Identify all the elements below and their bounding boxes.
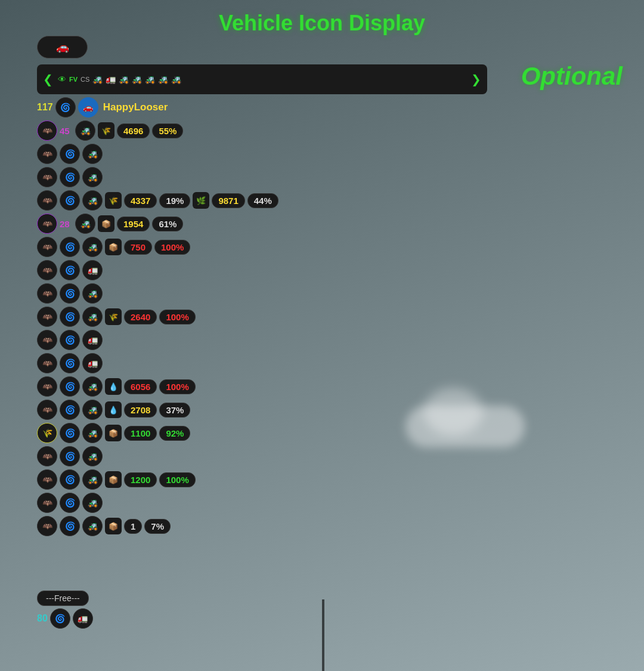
- row-badge: 28: [60, 219, 73, 229]
- row-res-wheat: 🌾: [105, 192, 122, 209]
- row-icon-bat: 🦇: [37, 307, 57, 327]
- list-item: 🦇 🌀 🚜 📦 1200 100%: [37, 469, 335, 490]
- row-res-seed: 📦: [105, 471, 122, 488]
- row-icon-bat: 🦇: [37, 330, 57, 350]
- row-icon-tractor: 🚜: [82, 400, 103, 420]
- row-value: 6056: [124, 379, 157, 394]
- row-icon-bat: 🦇: [37, 190, 57, 211]
- row-icon-shell: 🌀: [60, 190, 80, 211]
- row-res-seed: 📦: [105, 239, 122, 255]
- nav-icon-t4[interactable]: 🚜: [132, 75, 142, 84]
- row-icon-bat: 🦇: [37, 493, 57, 513]
- row-icon-truck: 🚛: [82, 260, 103, 280]
- row-icon-tractor: 🚜: [75, 120, 95, 141]
- row-icon-tractor: 🚜: [82, 283, 103, 304]
- nav-right-arrow[interactable]: ❯: [469, 72, 484, 86]
- player-id: 117: [37, 102, 53, 113]
- row-icon-shell: 🌀: [60, 376, 80, 397]
- row-res-wheat: 🌾: [105, 308, 122, 325]
- row-icon-shell: 🌀: [60, 423, 80, 443]
- nav-bar: ❮ 👁 FV CS 🚜 🚛 🚜 🚜 🚜 🚜 🚜 ❯: [37, 64, 487, 94]
- list-item: 🦇 🌀 🚜 🌾 4337 19% 🌿 9871 44%: [37, 190, 335, 211]
- row-value-2: 9871: [212, 193, 244, 208]
- row-icon-tractor: 🚜: [75, 214, 95, 234]
- nav-icons: 👁 FV CS 🚜 🚛 🚜 🚜 🚜 🚜 🚜: [58, 75, 466, 84]
- row-icon-bat: 🦇: [37, 167, 57, 187]
- list-item: 🦇 28 🚜 📦 1954 61%: [37, 213, 335, 234]
- list-item: 🦇 🌀 🚜 📦 1 7%: [37, 515, 335, 537]
- row-icon-shell: 🌀: [60, 167, 80, 187]
- nav-left-arrow[interactable]: ❮: [41, 72, 55, 86]
- row-res-2: 🌿: [193, 192, 209, 209]
- row-icon-shell: 🌀: [60, 469, 80, 490]
- row-icon-shell: 🌀: [60, 237, 80, 257]
- row-value: 4696: [117, 123, 150, 138]
- list-item: 🦇 🌀 🚛: [37, 259, 335, 281]
- nav-icon-t3[interactable]: 🚜: [119, 75, 129, 84]
- list-item: 🦇 🌀 🚜: [37, 166, 335, 188]
- row-icon-tractor: 🚜: [82, 423, 103, 443]
- background-cloud: [405, 406, 525, 447]
- nav-icon-t2[interactable]: 🚛: [106, 75, 116, 84]
- list-item: 🦇 🌀 🚜: [37, 492, 335, 514]
- row-icon-tractor: 🚜: [82, 190, 103, 211]
- free-icon-shell: 🌀: [50, 608, 70, 629]
- row-icon-tractor: 🚜: [82, 167, 103, 187]
- car-button[interactable]: 🚗: [37, 36, 88, 58]
- row-percent: 92%: [159, 426, 190, 441]
- row-icon-bat-yellow: 🌾: [37, 423, 57, 443]
- row-res-pallet: 📦: [105, 518, 122, 534]
- vehicle-list-panel: 117 🌀 🚗 HappyLooser 🦇 45 🚜 🌾 4696 55% 🦇 …: [37, 97, 335, 539]
- free-label: ---Free---: [37, 590, 89, 606]
- row-icon-bat: 🦇: [37, 237, 57, 257]
- row-icon-bat: 🦇: [37, 283, 57, 304]
- row-value: 1100: [124, 426, 157, 441]
- player-icon-1: 🌀: [55, 97, 76, 117]
- row-res-wheat: 🌾: [98, 122, 114, 139]
- list-item: 🦇 🌀 🚜 📦 750 100%: [37, 236, 335, 258]
- nav-icon-eye[interactable]: 👁: [58, 75, 66, 84]
- list-item: 🦇 🌀 🚜 💧 2708 37%: [37, 399, 335, 420]
- free-icon-tractor: 🚛: [73, 608, 93, 629]
- free-section: ---Free--- 80 🌀 🚛: [37, 590, 93, 629]
- row-icon-tractor: 🚜: [82, 469, 103, 490]
- list-item: 🦇 🌀 🚜: [37, 446, 335, 467]
- row-icon-bat: 🦇: [37, 469, 57, 490]
- row-icon-bat: 🦇: [37, 376, 57, 397]
- row-res-water: 💧: [105, 401, 122, 418]
- row-percent: 55%: [152, 123, 183, 138]
- car-icon: 🚗: [56, 41, 69, 54]
- row-icon-shell: 🌀: [60, 446, 80, 466]
- row-percent-2: 44%: [247, 193, 278, 208]
- nav-icon-t6[interactable]: 🚜: [158, 75, 168, 84]
- row-badge: 45: [60, 126, 73, 136]
- nav-icon-fv[interactable]: FV: [69, 76, 78, 83]
- row-value: 4337: [124, 193, 157, 208]
- list-item: 🦇 🌀 🚜 🌾 2640 100%: [37, 306, 335, 327]
- nav-icon-t1[interactable]: 🚜: [92, 75, 103, 84]
- row-icon-tractor: 🚜: [82, 144, 103, 164]
- row-icon-tractor: 🚜: [82, 493, 103, 513]
- row-icon-shell: 🌀: [60, 493, 80, 513]
- nav-icon-t5[interactable]: 🚜: [145, 75, 155, 84]
- list-item: 🦇 🌀 🚜: [37, 143, 335, 165]
- free-row: 80 🌀 🚛: [37, 608, 93, 629]
- row-res-water: 💧: [105, 378, 122, 395]
- row-value: 1954: [117, 217, 150, 231]
- row-icon-tractor: 🚜: [82, 376, 103, 397]
- nav-icon-t7[interactable]: 🚜: [171, 75, 181, 84]
- row-icon-shell: 🌀: [60, 516, 80, 536]
- row-res-seed: 📦: [98, 215, 114, 232]
- row-percent: 100%: [154, 240, 190, 255]
- list-item: 🦇 🌀 🚛: [37, 329, 335, 351]
- nav-icon-cs[interactable]: CS: [80, 76, 89, 83]
- row-icon-bat: 🦇: [37, 400, 57, 420]
- row-value: 2640: [124, 310, 157, 324]
- row-icon-bat: 🦇: [37, 446, 57, 466]
- player-name: HappyLooser: [103, 101, 168, 113]
- list-item: 🌾 🌀 🚜 📦 1100 92%: [37, 422, 335, 444]
- row-percent: 100%: [159, 310, 195, 324]
- background-tower: [322, 599, 324, 671]
- row-percent: 7%: [144, 519, 171, 534]
- row-icon-bat: 🦇: [37, 214, 57, 234]
